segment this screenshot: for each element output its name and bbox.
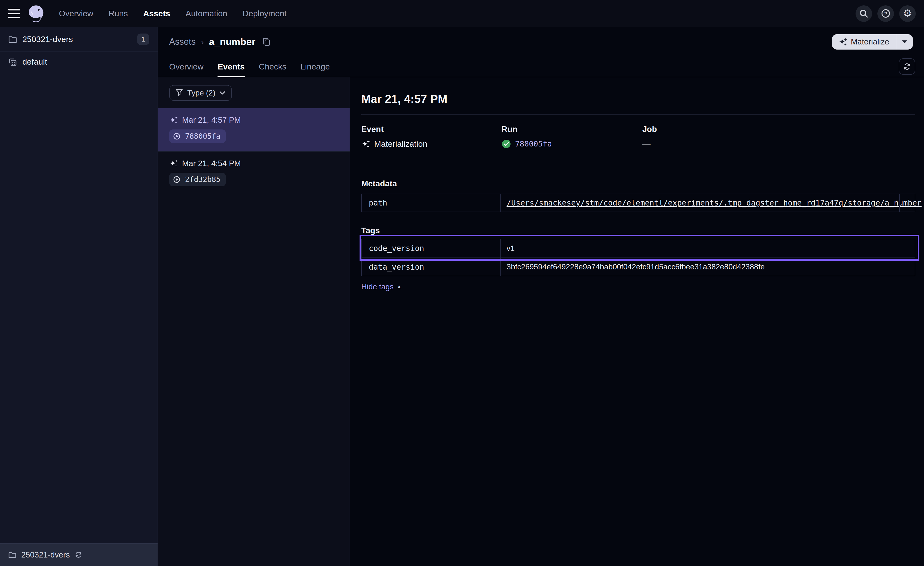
run-status-icon bbox=[172, 175, 181, 184]
refresh-icon bbox=[903, 62, 911, 71]
search-icon bbox=[860, 9, 868, 18]
sidebar-item-default-group[interactable]: default bbox=[0, 52, 158, 72]
asset-tabs: Overview Events Checks Lineage bbox=[158, 57, 924, 77]
events-content: Type (2) Mar 21, 4:57 PM bbox=[158, 77, 924, 566]
tab-overview[interactable]: Overview bbox=[169, 57, 204, 77]
tab-events[interactable]: Events bbox=[218, 57, 244, 77]
main-area: Assets › a_number Materialize bbox=[158, 27, 924, 566]
svg-text:?: ? bbox=[884, 11, 887, 16]
metadata-path-link[interactable]: /Users/smackesey/stm/code/elementl/exper… bbox=[507, 199, 922, 207]
event-column-label: Event bbox=[361, 124, 502, 134]
tag-row-code-version: code_version v1 bbox=[362, 239, 915, 257]
copy-asset-key-button[interactable] bbox=[262, 37, 271, 47]
divider bbox=[361, 114, 915, 115]
metadata-table: path /Users/smackesey/stm/code/elementl/… bbox=[361, 194, 915, 212]
tag-key: code_version bbox=[362, 239, 500, 257]
tags-table-wrap: code_version v1 data_version 3bfc269594e… bbox=[361, 239, 915, 276]
nav-item-assets[interactable]: Assets bbox=[143, 9, 170, 18]
run-id-link[interactable]: 788005fa bbox=[515, 139, 552, 148]
asset-header: Assets › a_number Materialize bbox=[158, 27, 924, 57]
filter-funnel-icon bbox=[176, 89, 183, 97]
asset-group-icon bbox=[8, 57, 17, 66]
tag-value: 3bfc269594ef649228e9a74bab00f042efc91d5a… bbox=[500, 258, 915, 276]
chevron-down-icon bbox=[219, 91, 225, 95]
event-timestamp: Mar 21, 4:57 PM bbox=[182, 115, 241, 125]
run-success-icon bbox=[502, 139, 511, 149]
tab-lineage[interactable]: Lineage bbox=[300, 57, 330, 77]
caret-up-icon: ▲ bbox=[396, 283, 402, 290]
asset-group-label: default bbox=[22, 57, 47, 66]
menu-icon[interactable] bbox=[8, 9, 20, 18]
materialize-button-label: Materialize bbox=[850, 37, 889, 47]
event-detail-panel: Mar 21, 4:57 PM Event Run Job Materializ… bbox=[350, 77, 924, 566]
sidebar-footer: 250321-dvers bbox=[0, 543, 158, 566]
primary-nav: Overview Runs Assets Automation Deployme… bbox=[59, 9, 287, 18]
hide-tags-link[interactable]: Hide tags ▲ bbox=[361, 282, 402, 291]
asset-catalog-sidebar: 250321-dvers 1 default 250321-dvers bbox=[0, 27, 158, 566]
type-filter-label: Type (2) bbox=[187, 89, 215, 98]
materialize-split-button: Materialize bbox=[832, 34, 913, 50]
tag-key: data_version bbox=[362, 258, 500, 276]
nav-item-automation[interactable]: Automation bbox=[186, 9, 227, 18]
copy-icon bbox=[262, 37, 271, 47]
event-list-item-selected[interactable]: Mar 21, 4:57 PM 788005fa bbox=[158, 108, 350, 151]
hide-tags-label: Hide tags bbox=[361, 282, 393, 291]
run-id-label: 788005fa bbox=[185, 132, 220, 140]
materialization-sparkle-icon bbox=[361, 139, 370, 148]
nav-item-runs[interactable]: Runs bbox=[108, 9, 128, 18]
filter-bar: Type (2) bbox=[158, 77, 350, 108]
dagster-app: Overview Runs Assets Automation Deployme… bbox=[0, 0, 924, 566]
help-button[interactable]: ? bbox=[878, 5, 894, 22]
breadcrumb: Assets › a_number bbox=[169, 36, 271, 47]
table-end-cell bbox=[899, 194, 915, 212]
chevron-right-icon: › bbox=[201, 37, 204, 47]
nav-item-deployment[interactable]: Deployment bbox=[243, 9, 286, 18]
event-list-panel: Type (2) Mar 21, 4:57 PM bbox=[158, 77, 350, 566]
footer-code-location-label: 250321-dvers bbox=[21, 550, 70, 560]
materialization-sparkle-icon bbox=[169, 116, 178, 124]
event-timestamp: Mar 21, 4:54 PM bbox=[182, 159, 241, 168]
event-run-job-grid: Event Run Job Materialization 788005fa bbox=[361, 124, 924, 149]
tab-checks[interactable]: Checks bbox=[259, 57, 286, 77]
metadata-heading: Metadata bbox=[361, 179, 924, 188]
gear-icon: ⚙ bbox=[903, 9, 912, 18]
run-id-label: 2fd32b85 bbox=[185, 175, 220, 184]
event-list-item[interactable]: Mar 21, 4:54 PM 2fd32b85 bbox=[158, 151, 350, 194]
folder-icon bbox=[8, 35, 17, 44]
breadcrumb-assets-link[interactable]: Assets bbox=[169, 37, 196, 47]
sidebar-item-code-location[interactable]: 250321-dvers 1 bbox=[0, 27, 158, 52]
run-badge[interactable]: 2fd32b85 bbox=[169, 173, 226, 186]
tags-table: code_version v1 data_version 3bfc269594e… bbox=[361, 239, 915, 276]
job-value: — bbox=[642, 139, 651, 149]
nav-item-overview[interactable]: Overview bbox=[59, 9, 93, 18]
tag-value: v1 bbox=[500, 239, 915, 257]
run-badge[interactable]: 788005fa bbox=[169, 129, 226, 143]
metadata-key: path bbox=[362, 194, 500, 212]
run-status-icon bbox=[172, 132, 181, 140]
materialize-dropdown-button[interactable] bbox=[896, 34, 913, 50]
run-column-label: Run bbox=[502, 124, 642, 134]
asset-count-badge: 1 bbox=[137, 33, 149, 45]
tags-heading: Tags bbox=[361, 226, 924, 235]
materialize-sparkle-icon bbox=[838, 38, 847, 46]
metadata-row: path /Users/smackesey/stm/code/elementl/… bbox=[362, 194, 915, 212]
materialization-sparkle-icon bbox=[169, 159, 178, 168]
dagster-logo-icon[interactable] bbox=[26, 4, 46, 24]
materialize-button[interactable]: Materialize bbox=[832, 34, 896, 50]
event-detail-title: Mar 21, 4:57 PM bbox=[361, 93, 924, 105]
search-button[interactable] bbox=[855, 5, 872, 22]
reload-location-icon[interactable] bbox=[75, 551, 82, 559]
top-nav: Overview Runs Assets Automation Deployme… bbox=[0, 0, 924, 27]
type-filter-button[interactable]: Type (2) bbox=[169, 85, 232, 101]
page-title: a_number bbox=[209, 36, 255, 47]
nav-actions: ? ⚙ bbox=[855, 5, 916, 22]
event-type-label: Materialization bbox=[374, 139, 427, 149]
caret-down-icon bbox=[902, 40, 908, 44]
folder-icon bbox=[8, 551, 16, 559]
refresh-button[interactable] bbox=[899, 58, 915, 75]
job-column-label: Job bbox=[642, 124, 924, 134]
code-location-label: 250321-dvers bbox=[22, 35, 132, 44]
tag-row-data-version: data_version 3bfc269594ef649228e9a74bab0… bbox=[362, 257, 915, 276]
help-icon: ? bbox=[881, 9, 891, 18]
settings-button[interactable]: ⚙ bbox=[899, 5, 916, 22]
